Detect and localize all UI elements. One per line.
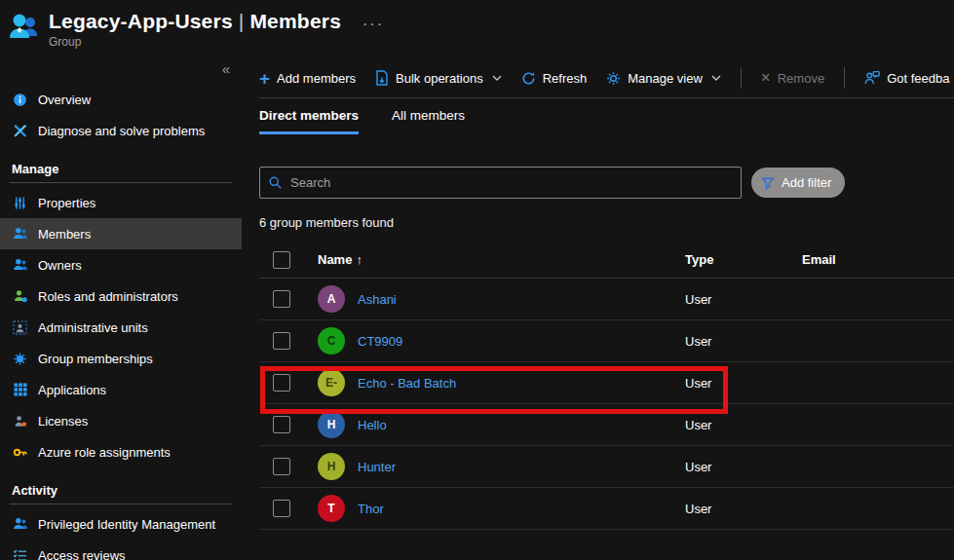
sidebar-item-access-reviews[interactable]: Access reviews <box>0 540 242 560</box>
toolbar-divider <box>259 97 954 98</box>
toolbar-separator <box>741 67 742 89</box>
avatar: C <box>318 327 345 355</box>
section-divider <box>10 182 232 183</box>
sliders-icon <box>12 195 28 211</box>
sidebar-nav: Overview Diagnose and solve problems Man… <box>0 84 242 560</box>
admin-unit-icon <box>12 319 28 336</box>
row-checkbox[interactable] <box>273 374 290 392</box>
tab-direct-members[interactable]: Direct members <box>259 108 359 134</box>
azure-portal-group-members-page: Legacy-App-Users|Members Group ··· « Ove… <box>0 0 954 560</box>
column-header-name[interactable]: Name↑ <box>310 252 685 267</box>
member-name-link[interactable]: Hello <box>358 418 387 432</box>
sidebar-collapse-button[interactable]: « <box>222 60 230 77</box>
search-row: Add filter <box>259 167 954 199</box>
member-name-link[interactable]: Echo - Bad Batch <box>358 376 456 391</box>
member-name-link[interactable]: Thor <box>358 502 384 516</box>
search-icon <box>268 175 283 190</box>
sidebar-item-administrative-units[interactable]: Administrative units <box>0 312 242 343</box>
table-row: HHello User <box>259 404 954 446</box>
avatar: A <box>318 285 345 313</box>
table-row: CCT9909 User <box>259 320 954 362</box>
member-name-link[interactable]: Hunter <box>358 460 396 474</box>
column-header-type[interactable]: Type <box>685 252 802 267</box>
chevron-down-icon <box>711 75 721 81</box>
person-role-icon <box>12 288 28 305</box>
members-table: Name↑ Type Email AAshani User CCT9909 Us… <box>259 242 954 530</box>
sidebar-item-azure-role-assignments[interactable]: Azure role assignments <box>0 436 242 467</box>
sidebar-section-manage: Manage <box>0 158 242 183</box>
plus-icon: + <box>259 69 270 88</box>
manage-view-button[interactable]: Manage view <box>606 71 721 86</box>
page-header: Legacy-App-Users|Members Group ··· <box>0 0 954 55</box>
table-row: HHunter User <box>259 446 954 488</box>
table-row-highlighted: E-Echo - Bad Batch User <box>259 362 954 404</box>
member-type: User <box>685 292 802 307</box>
refresh-icon <box>521 71 536 86</box>
member-name-link[interactable]: Ashani <box>358 292 397 307</box>
select-all-checkbox[interactable] <box>273 251 290 269</box>
avatar: E- <box>318 369 345 396</box>
sidebar-item-privileged-identity-management[interactable]: Privileged Identity Management <box>0 508 242 540</box>
row-checkbox[interactable] <box>273 332 290 350</box>
avatar: H <box>318 453 345 480</box>
more-options-icon[interactable]: ··· <box>363 16 384 33</box>
checklist-icon <box>12 547 28 560</box>
gear-icon <box>606 71 621 86</box>
sidebar-item-group-memberships[interactable]: Group memberships <box>0 343 242 374</box>
tab-all-members[interactable]: All members <box>392 108 465 131</box>
toolbar-separator <box>844 67 845 89</box>
sidebar-item-overview[interactable]: Overview <box>0 84 242 115</box>
remove-button[interactable]: × Remove <box>761 68 824 88</box>
got-feedback-button[interactable]: Got feedba <box>864 70 949 86</box>
member-type: User <box>685 460 802 474</box>
member-type: User <box>685 418 802 432</box>
add-members-button[interactable]: + Add members <box>259 69 356 88</box>
key-icon <box>12 444 28 461</box>
refresh-button[interactable]: Refresh <box>521 71 588 86</box>
people-icon <box>12 226 28 243</box>
row-checkbox[interactable] <box>273 290 290 308</box>
sidebar-item-properties[interactable]: Properties <box>0 187 242 218</box>
page-subtitle: Group <box>49 35 341 49</box>
row-checkbox[interactable] <box>273 416 290 433</box>
member-tabs: Direct members All members <box>259 108 954 141</box>
sidebar-item-diagnose[interactable]: Diagnose and solve problems <box>0 115 242 146</box>
bulk-operations-icon <box>375 70 389 86</box>
sidebar-section-activity: Activity <box>0 479 242 504</box>
command-bar: + Add members Bulk operations Refresh <box>259 55 954 97</box>
sidebar: « Overview Diagnose and solve problems M… <box>0 55 242 560</box>
sidebar-item-roles-administrators[interactable]: Roles and administrators <box>0 280 242 312</box>
member-type: User <box>685 502 802 516</box>
license-icon <box>12 413 28 429</box>
grid-icon <box>12 382 28 398</box>
table-row: AAshani User <box>259 279 954 320</box>
group-icon <box>8 12 43 45</box>
people-icon <box>12 516 28 533</box>
table-header-row: Name↑ Type Email <box>259 242 954 279</box>
sidebar-item-members[interactable]: Members <box>0 218 242 249</box>
member-name-link[interactable]: CT9909 <box>358 334 402 349</box>
chevron-down-icon <box>492 75 502 81</box>
main-content: + Add members Bulk operations Refresh <box>242 55 954 560</box>
page-title: Legacy-App-Users|Members <box>49 10 341 33</box>
member-type: User <box>685 376 802 391</box>
row-checkbox[interactable] <box>273 458 290 475</box>
people-icon <box>12 257 28 274</box>
avatar: T <box>318 495 345 522</box>
sort-ascending-icon: ↑ <box>356 252 363 267</box>
feedback-icon <box>864 70 880 86</box>
avatar: H <box>318 411 345 438</box>
sidebar-item-licenses[interactable]: Licenses <box>0 405 242 436</box>
add-filter-button[interactable]: Add filter <box>751 168 845 198</box>
search-box[interactable] <box>259 167 742 199</box>
table-row: TThor User <box>259 488 954 530</box>
row-checkbox[interactable] <box>273 500 290 517</box>
sidebar-item-owners[interactable]: Owners <box>0 249 242 280</box>
sidebar-item-applications[interactable]: Applications <box>0 374 242 405</box>
bulk-operations-button[interactable]: Bulk operations <box>375 70 502 86</box>
tools-icon <box>12 123 28 139</box>
filter-icon <box>761 176 775 190</box>
search-input[interactable] <box>290 175 733 190</box>
section-divider <box>10 504 232 504</box>
column-header-email[interactable]: Email <box>802 252 954 267</box>
